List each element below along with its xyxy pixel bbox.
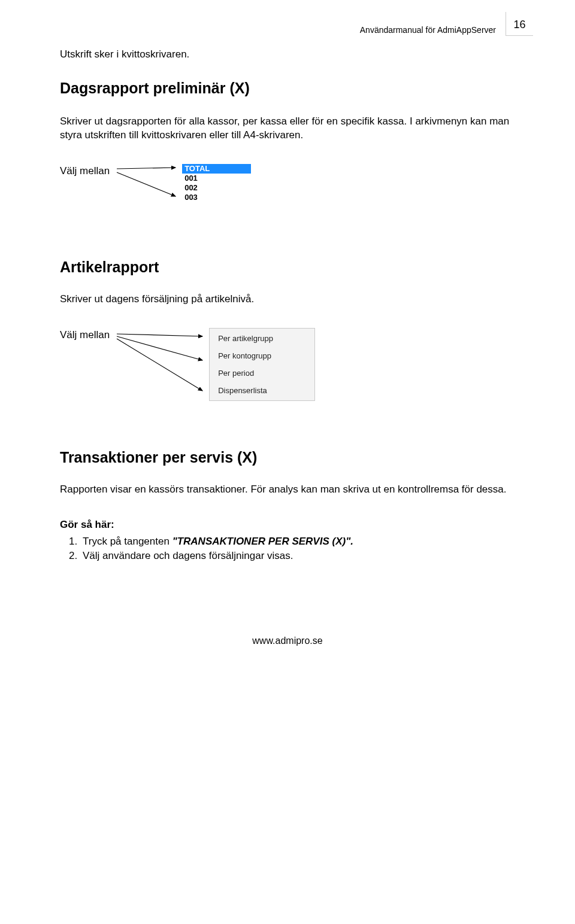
- page-number-box: 16: [506, 12, 533, 36]
- step-1: Tryck på tangenten "TRANSAKTIONER PER SE…: [80, 534, 515, 549]
- section-heading-artikelrapport: Artikelrapport: [60, 259, 515, 276]
- steps-list: Tryck på tangenten "TRANSAKTIONER PER SE…: [60, 534, 515, 564]
- section2-body: Skriver ut dagens försäljning på artikel…: [60, 293, 515, 306]
- howto-label: Gör så här:: [60, 518, 515, 532]
- step1-pre: Tryck på tangenten: [83, 536, 172, 547]
- page-number: 16: [513, 19, 525, 31]
- document-page: Användarmanual för AdmiAppServer 16 Utsk…: [0, 0, 575, 924]
- pick-label-1: Välj mellan: [60, 164, 112, 177]
- doc-title: Användarmanual för AdmiAppServer: [360, 25, 496, 35]
- menu-item-dispenserlista[interactable]: Dispenserlista: [210, 382, 314, 399]
- svg-line-3: [117, 336, 202, 360]
- menu-item-per-period[interactable]: Per period: [210, 364, 314, 382]
- pick-row-2: Välj mellan Per artikelgrupp Per kontogr…: [60, 328, 515, 401]
- svg-line-0: [117, 168, 175, 169]
- section1-body: Skriver ut dagsrapporten för alla kassor…: [60, 115, 515, 142]
- menu-item-per-artikelgrupp[interactable]: Per artikelgrupp: [210, 330, 314, 347]
- section-heading-dagsrapport: Dagsrapport preliminär (X): [60, 80, 515, 97]
- menu-item-per-kontogrupp[interactable]: Per kontogrupp: [210, 347, 314, 364]
- list-item-total[interactable]: TOTAL: [182, 164, 251, 174]
- section-heading-transaktioner: Transaktioner per servis (X): [60, 449, 515, 466]
- artikel-menu[interactable]: Per artikelgrupp Per kontogrupp Per peri…: [209, 328, 315, 401]
- list-item[interactable]: 002: [182, 183, 251, 193]
- section3-body: Rapporten visar en kassörs transaktioner…: [60, 483, 515, 497]
- intro-paragraph: Utskrift sker i kvittoskrivaren.: [60, 48, 515, 62]
- list-item[interactable]: 003: [182, 193, 251, 202]
- page-header: Användarmanual för AdmiAppServer 16: [60, 24, 515, 36]
- kassa-list[interactable]: TOTAL 001 002 003: [182, 164, 251, 202]
- pick-row-1: Välj mellan TOTAL 001 002 003: [60, 164, 515, 205]
- svg-line-1: [117, 172, 175, 196]
- pick-label-2: Välj mellan: [60, 328, 112, 341]
- arrows-to-list-1: [116, 164, 178, 205]
- svg-line-4: [117, 339, 202, 391]
- list-item[interactable]: 001: [182, 174, 251, 183]
- step1-key: "TRANSAKTIONER PER SERVIS (X)".: [172, 536, 353, 547]
- arrows-to-menu: [116, 328, 205, 400]
- svg-line-2: [117, 334, 202, 336]
- footer-url: www.admipro.se: [60, 636, 515, 646]
- step-2: Välj användare och dagens försäljningar …: [80, 549, 515, 564]
